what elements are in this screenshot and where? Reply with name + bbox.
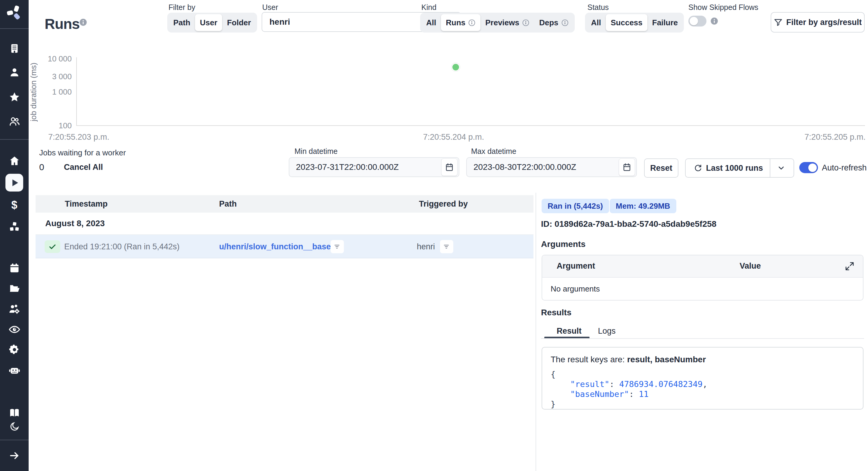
chart-y-axis — [76, 57, 77, 126]
y-tick: 100 — [44, 121, 72, 130]
toggle-knob — [808, 164, 817, 172]
tab-baseline — [541, 338, 864, 339]
sidebar-item-resources[interactable] — [0, 221, 29, 233]
sidebar-item-dark-mode[interactable] — [0, 422, 29, 432]
status-toggle-group: All Success Failure — [585, 13, 684, 33]
sidebar-item-folders[interactable] — [0, 282, 29, 294]
min-datetime-calendar-button[interactable] — [441, 159, 458, 176]
funnel-icon — [774, 18, 783, 27]
filter-by-path-button[interactable] — [331, 240, 344, 253]
sidebar-expand-button[interactable] — [0, 450, 29, 461]
arrow-right-icon — [9, 450, 20, 461]
run-row[interactable]: Ended 19:21:00 (Ran in 5,442s) u/henri/s… — [36, 235, 533, 258]
book-icon — [9, 407, 20, 418]
calendar-icon — [622, 163, 631, 172]
result-json: { "result": 4786934.076482349, "baseNumb… — [551, 369, 855, 409]
sidebar-item-workers-ai[interactable] — [0, 364, 29, 376]
runs-info-icon[interactable] — [79, 18, 87, 28]
filter-by-path[interactable]: Path — [168, 14, 195, 31]
skipped-info-icon[interactable] — [710, 17, 718, 27]
calendar-icon — [9, 263, 20, 273]
x-tick: 7:20:55.203 p.m. — [48, 133, 110, 142]
sidebar-item-runs[interactable] — [5, 174, 23, 192]
tab-result[interactable]: Result — [557, 327, 582, 336]
max-datetime-calendar-button[interactable] — [619, 159, 635, 176]
kind-deps[interactable]: Deps — [534, 14, 574, 31]
chart-y-axis-label: job duration (ms) — [29, 62, 40, 122]
tab-logs[interactable]: Logs — [598, 327, 616, 336]
chart-run-point[interactable] — [453, 64, 459, 70]
expand-arguments-button[interactable] — [845, 261, 855, 272]
result-keys: result, baseNumber — [627, 355, 706, 364]
runs-table-header: Timestamp Path Triggered by — [36, 195, 533, 213]
sidebar-item-audit-logs[interactable] — [0, 324, 29, 335]
y-tick: 1 000 — [44, 87, 72, 97]
filter-by-args-button[interactable]: Filter by args/result — [771, 12, 865, 33]
status-failure[interactable]: Failure — [647, 14, 683, 31]
date-group-label: August 8, 2023 — [45, 218, 105, 228]
arguments-table-header: Argument Value — [542, 256, 863, 278]
cubes-icon — [9, 221, 20, 233]
max-datetime-field — [466, 157, 637, 177]
auto-refresh-toggle[interactable] — [799, 162, 818, 173]
run-duration-badge: Ran in (5,442s) — [541, 199, 609, 213]
kind-runs[interactable]: Runs — [441, 14, 480, 31]
status-all[interactable]: All — [586, 14, 606, 31]
filter-by-user[interactable]: User — [195, 14, 222, 31]
robot-icon — [8, 364, 21, 376]
page-title: Runs — [44, 16, 80, 32]
kind-all[interactable]: All — [421, 14, 441, 31]
sidebar-item-variables[interactable]: $ — [0, 199, 29, 211]
info-icon — [522, 19, 530, 27]
run-memory-badge: Mem: 49.29MB — [610, 199, 676, 213]
run-id: ID: 0189d62a-79a1-bba2-5740-a5dab9e5f258 — [541, 219, 716, 229]
x-tick: 7:20:55.204 p.m. — [423, 133, 484, 142]
filter-by-folder[interactable]: Folder — [222, 14, 255, 31]
sidebar-item-users[interactable] — [0, 115, 29, 127]
run-timestamp: Ended 19:21:00 (Ran in 5,442s) — [64, 242, 180, 251]
sidebar-item-docs[interactable] — [0, 407, 29, 418]
y-tick: 3 000 — [44, 72, 72, 81]
x-tick: 7:20:55.205 p.m. — [804, 133, 866, 142]
column-timestamp: Timestamp — [65, 199, 107, 209]
sidebar-item-workspace[interactable] — [0, 43, 29, 54]
refresh-split-button: Last 1000 runs — [685, 159, 794, 178]
sidebar-item-schedules[interactable] — [0, 263, 29, 273]
check-icon — [48, 242, 57, 251]
status-label: Status — [587, 3, 609, 12]
folder-open-icon — [9, 282, 20, 294]
sidebar-item-favorites[interactable] — [0, 92, 29, 103]
kind-previews[interactable]: Previews — [480, 14, 534, 31]
run-path-link[interactable]: u/henri/slow_function__base_11 — [219, 242, 344, 251]
argument-column: Argument — [557, 261, 595, 271]
filter-lines-icon — [443, 243, 450, 250]
runs-count-dropdown[interactable] — [770, 159, 792, 177]
sidebar-divider — [0, 139, 29, 140]
expand-icon — [845, 261, 855, 271]
results-title: Results — [541, 308, 571, 317]
sidebar-item-home[interactable] — [0, 155, 29, 167]
arguments-table: Argument Value No arguments — [541, 255, 864, 301]
y-tick: 10 000 — [44, 54, 72, 64]
reset-button[interactable]: Reset — [644, 159, 678, 178]
sidebar-item-workers[interactable] — [0, 303, 29, 315]
sidebar-divider — [0, 28, 29, 29]
show-skipped-flows-toggle[interactable] — [688, 16, 707, 27]
status-success[interactable]: Success — [606, 14, 647, 31]
value-column: Value — [740, 261, 761, 271]
filter-by-user-button[interactable] — [440, 240, 453, 253]
sidebar-item-user[interactable] — [0, 67, 29, 78]
jobs-waiting-label: Jobs waiting for a worker — [39, 148, 126, 158]
max-datetime-input[interactable] — [466, 157, 637, 177]
windmill-logo[interactable] — [0, 4, 29, 21]
filter-by-toggle-group: Path User Folder — [167, 13, 257, 33]
success-status-badge — [44, 240, 60, 253]
chevron-down-icon — [777, 164, 785, 172]
jobs-waiting-count: 0 — [39, 162, 44, 172]
date-group-row: August 8, 2023 — [36, 213, 533, 235]
column-triggered-by: Triggered by — [419, 199, 468, 209]
sidebar-item-settings[interactable] — [0, 344, 29, 356]
min-datetime-input[interactable] — [289, 157, 459, 177]
last-runs-button[interactable]: Last 1000 runs — [687, 159, 770, 177]
cancel-all-button[interactable]: Cancel All — [64, 163, 103, 172]
